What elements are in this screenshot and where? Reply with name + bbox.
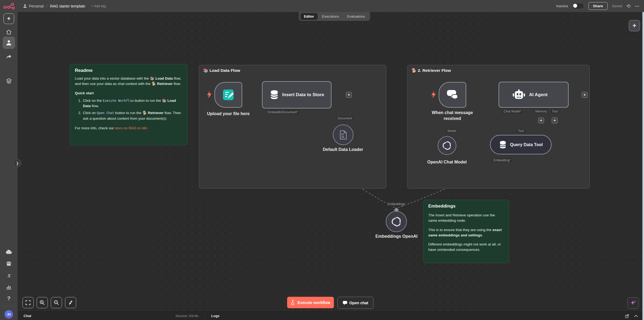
embeddings-note-p2: This is to ensure that they are using th… (428, 227, 504, 238)
model-node-label: OpenAI Chat Model (427, 160, 467, 165)
home-icon (6, 29, 12, 35)
toggle-knob (573, 4, 577, 8)
node-openai-chat-model[interactable] (438, 136, 456, 155)
tab-evaluations[interactable]: Evaluations (344, 13, 368, 20)
add-node-after-agent-button[interactable]: + (582, 92, 588, 98)
model-connector-label: Model (447, 129, 457, 133)
section-load-title: 📚 Load Data Flow (203, 68, 240, 73)
sidebar-divider (2, 306, 16, 306)
fit-view-button[interactable] (22, 297, 34, 308)
add-tag-button[interactable]: + Add tag (91, 4, 106, 8)
add-node-after-insert-button[interactable]: + (346, 92, 352, 98)
embeddings-note-title: Embeddings (428, 204, 504, 209)
readme-title: Readme (75, 68, 183, 73)
agent-node-label: AI Agent (529, 92, 547, 97)
broom-icon (68, 300, 73, 305)
add-memory-button[interactable]: + (538, 118, 544, 123)
tab-editor[interactable]: Editor (300, 13, 318, 20)
new-workflow-button[interactable]: + (0, 13, 18, 25)
add-node-button[interactable]: + (629, 20, 640, 31)
zoom-out-icon (54, 300, 59, 305)
logs-panel-header[interactable]: Chat Session: 83c4b... Logs (18, 311, 642, 320)
sidebar-item-shared[interactable] (0, 52, 18, 62)
workflow-canvas[interactable]: 📚 Load Data Flow 🐕 2. Retriever Flow Rea… (18, 12, 642, 311)
chat-panel-label[interactable]: Chat (24, 314, 31, 318)
add-tool-button[interactable]: + (552, 118, 558, 123)
quick-start-heading: Quick start (75, 91, 94, 95)
node-query-data-tool[interactable]: Query Data Tool (490, 135, 552, 154)
pop-out-icon[interactable] (625, 314, 629, 318)
binary-file-icon: 01 10 (339, 130, 348, 140)
node-upload-trigger[interactable] (214, 82, 242, 108)
database-icon (499, 141, 507, 149)
logs-panel-label[interactable]: Logs (211, 314, 219, 318)
expand-panel-button[interactable]: ❯ (13, 159, 21, 167)
loader-node-label: Default Data Loader (323, 147, 363, 152)
sidebar-item-data-stores[interactable] (0, 76, 18, 86)
more-menu-icon[interactable]: ⋯ (635, 4, 640, 9)
topbar-actions: Inactive Share Saved ⟲ ⋯ (556, 0, 640, 12)
tidy-up-button[interactable] (65, 297, 76, 308)
share-arrow-icon (6, 54, 12, 60)
sidebar-item-insights[interactable] (0, 282, 18, 292)
openai-icon (391, 216, 402, 227)
panel-divider (205, 312, 205, 320)
query-node-label: Query Data Tool (510, 142, 543, 147)
active-toggle[interactable] (572, 3, 584, 9)
trigger-bolt-icon (206, 91, 212, 99)
sparkles-icon (630, 300, 637, 306)
bar-chart-icon (6, 284, 12, 290)
embeddings-note-p3: Different embeddings might not work at a… (428, 242, 504, 253)
sidebar-item-templates[interactable] (0, 258, 18, 269)
docs-link[interactable]: docs on RAG in n8n (115, 126, 147, 130)
readme-step-1: 1. Click on the Execute Workflow button … (75, 98, 183, 109)
database-icon (269, 90, 279, 100)
section-retriever-title: 🐕 2. Retriever Flow (411, 68, 451, 73)
tab-executions[interactable]: Executions (319, 13, 343, 20)
embedding-connector-label: Embedding* (492, 158, 511, 162)
embeddings-sticky-note[interactable]: Embeddings The Insert and Retrieve opera… (423, 200, 509, 263)
node-insert-data-to-store[interactable]: Insert Data to Store (262, 81, 331, 108)
chevron-up-icon[interactable] (634, 314, 638, 318)
workflow-title[interactable]: RAG starter template (50, 4, 85, 8)
zoom-out-button[interactable] (51, 297, 62, 308)
package-icon (6, 261, 12, 266)
node-embeddings-openai[interactable] (386, 211, 407, 232)
layers-icon (6, 78, 12, 84)
form-icon (222, 89, 234, 101)
sidebar-item-variables[interactable]: x (0, 270, 18, 281)
node-chat-trigger[interactable] (439, 82, 466, 108)
cloud-icon (6, 249, 12, 254)
help-icon: ? (7, 295, 11, 302)
memory-connector-label: Memory (534, 110, 547, 113)
openai-icon (442, 141, 452, 151)
n8n-logo[interactable] (3, 2, 15, 10)
user-avatar[interactable]: JD (0, 309, 18, 320)
embeddings-node-label: Embeddings OpenAI (375, 234, 417, 239)
sidebar-item-home[interactable] (0, 27, 18, 37)
ai-assistant-button[interactable] (627, 297, 639, 309)
sidebar-item-personal[interactable] (3, 37, 15, 49)
chat-trigger-bolt-icon (431, 91, 437, 99)
readme-sticky-note[interactable]: Readme Load your data into a vector data… (70, 64, 188, 145)
sidebar-item-cloud[interactable] (0, 247, 18, 257)
robot-icon (512, 89, 526, 101)
right-panel-edge[interactable] (642, 12, 644, 320)
tool-connector-label: Tool (551, 110, 558, 113)
upload-node-label: Upload your file here (207, 111, 249, 116)
top-bar: Personal / RAG starter template + Add ta… (0, 0, 644, 12)
open-chat-button[interactable]: Open chat (337, 297, 373, 309)
sidebar-item-help[interactable]: ? (0, 293, 18, 304)
node-default-data-loader[interactable]: 01 10 (333, 124, 353, 145)
view-tabs: Editor Executions Evaluations (299, 12, 370, 21)
history-icon[interactable]: ⟲ (626, 4, 630, 9)
execute-workflow-button[interactable]: Execute workflow (287, 297, 334, 308)
node-ai-agent[interactable]: AI Agent (499, 82, 569, 108)
person-icon (6, 40, 12, 46)
chat-bubble-icon (343, 301, 347, 305)
flask-icon (291, 300, 295, 305)
share-button[interactable]: Share (588, 2, 608, 10)
zoom-in-button[interactable] (37, 297, 48, 308)
breadcrumb-project[interactable]: Personal (29, 4, 44, 8)
insert-subinput-labels: EmbeddinDocument* (267, 110, 299, 114)
